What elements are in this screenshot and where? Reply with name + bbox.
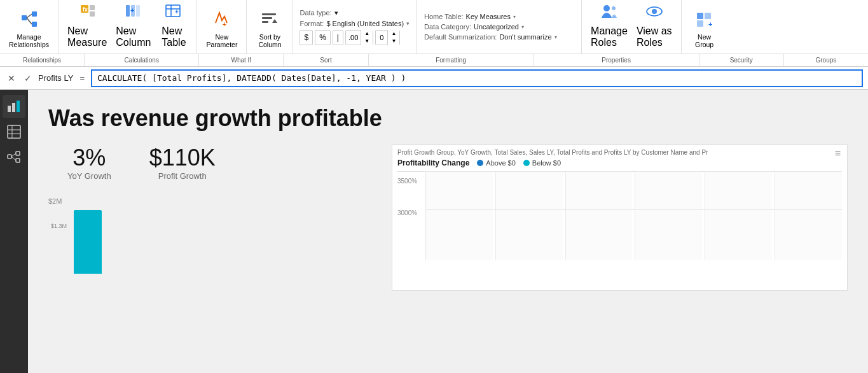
new-parameter-button[interactable]: + New Parameter bbox=[202, 3, 241, 51]
svg-rect-9 bbox=[126, 5, 130, 17]
svg-rect-1 bbox=[32, 11, 37, 17]
chart-grid: 3500% 3000% bbox=[397, 171, 842, 260]
app-layout: Was revenue growth profitable 3% YoY Gro… bbox=[0, 90, 868, 373]
data-category-value: Uncategorized bbox=[474, 23, 519, 31]
new-measure-icon: fx bbox=[78, 3, 96, 23]
new-parameter-label: New Parameter bbox=[206, 33, 237, 48]
svg-rect-30 bbox=[12, 103, 15, 112]
profit-growth-label: Profit Growth bbox=[158, 171, 207, 181]
formula-equals: = bbox=[79, 73, 85, 83]
svg-point-24 bbox=[652, 9, 657, 14]
svg-rect-26 bbox=[705, 13, 711, 19]
view-as-roles-label: View asRoles bbox=[637, 25, 672, 48]
decimal-val-up-button[interactable]: ▲ bbox=[388, 30, 399, 38]
sidebar-item-data[interactable] bbox=[3, 120, 25, 143]
svg-text:+: + bbox=[223, 21, 226, 28]
col-5 bbox=[705, 171, 772, 260]
properties-group: Home Table: Key Measures ▾ Data Category… bbox=[417, 0, 582, 53]
format-value[interactable]: $ English (United States) bbox=[326, 20, 404, 27]
default-summarization-dropdown[interactable]: ▾ bbox=[555, 34, 557, 40]
new-group-button[interactable]: + New Group bbox=[687, 3, 722, 51]
legend-above-dot bbox=[477, 160, 483, 166]
manage-roles-button[interactable]: ManageRoles bbox=[587, 3, 631, 51]
svg-rect-19 bbox=[262, 17, 272, 19]
ribbon-top-row: Manage Relationships fx NewMeasure bbox=[0, 0, 868, 53]
data-category-dropdown[interactable]: ▾ bbox=[521, 24, 524, 30]
whatif-group: + New Parameter bbox=[197, 0, 247, 53]
new-column-icon: + bbox=[125, 3, 142, 23]
whatif-footer: What If bbox=[199, 54, 284, 66]
legend-above-label: Above $0 bbox=[486, 159, 515, 167]
svg-rect-18 bbox=[262, 13, 276, 15]
decimal-arrows: ▲ ▼ bbox=[361, 30, 373, 45]
new-group-label: New Group bbox=[695, 33, 713, 48]
svg-rect-7 bbox=[90, 5, 95, 10]
profit-growth-metric: $110K Profit Growth bbox=[149, 144, 216, 181]
bar-value-label: $1.3M bbox=[51, 223, 67, 229]
security-group: ManageRoles View asRoles bbox=[582, 0, 682, 53]
format-dropdown-arrow[interactable]: ▾ bbox=[406, 20, 410, 27]
home-table-row: Home Table: Key Measures ▾ bbox=[424, 13, 574, 20]
formula-confirm-button[interactable]: ✓ bbox=[22, 72, 34, 85]
manage-roles-icon bbox=[600, 3, 618, 23]
svg-line-39 bbox=[11, 153, 16, 157]
data-type-label: Data type: bbox=[300, 9, 331, 17]
percent-button[interactable]: % bbox=[315, 30, 331, 45]
chart-controls: ≡ bbox=[835, 148, 841, 159]
decimal-up-button[interactable]: ▲ bbox=[361, 30, 373, 38]
scatter-columns bbox=[425, 171, 842, 260]
new-table-button[interactable]: + NewTable bbox=[156, 3, 191, 51]
new-parameter-icon: + bbox=[213, 10, 231, 31]
decimal-format: .00 bbox=[346, 31, 361, 45]
relationships-group: Manage Relationships bbox=[0, 0, 59, 53]
col-4 bbox=[635, 171, 702, 260]
separator-button[interactable]: | bbox=[333, 30, 343, 45]
decimal-value: 0 bbox=[376, 31, 388, 45]
sort-group: Sort by Column bbox=[247, 0, 293, 53]
legend-above: Above $0 bbox=[477, 159, 515, 167]
profitability-label: Profitability Change bbox=[397, 158, 469, 167]
new-measure-button[interactable]: fx NewMeasure bbox=[64, 3, 111, 51]
format-row: Format: $ English (United States) ▾ bbox=[300, 20, 410, 27]
new-table-label: NewTable bbox=[162, 25, 186, 48]
col-3 bbox=[565, 171, 633, 260]
formula-expression[interactable]: CALCULATE( [Total Profits], DATEADD( Dat… bbox=[91, 69, 863, 87]
svg-rect-38 bbox=[16, 158, 20, 162]
decimal-val-arrows: ▲ ▼ bbox=[388, 30, 399, 45]
sort-by-column-button[interactable]: Sort by Column bbox=[252, 3, 287, 51]
dashboard-row: 3% YoY Growth $110K Profit Growth $2M $1… bbox=[48, 144, 848, 291]
right-panel: ≡ Profit Growth Group, YoY Growth, Total… bbox=[392, 144, 848, 291]
formatting-group: Data type: ▾ Format: $ English (United S… bbox=[293, 0, 417, 53]
manage-roles-label: ManageRoles bbox=[591, 25, 628, 48]
home-table-label: Home Table: bbox=[424, 13, 464, 20]
svg-rect-20 bbox=[262, 21, 268, 23]
sidebar-item-report[interactable] bbox=[3, 95, 25, 118]
formula-expression-text: CALCULATE( [Total Profits], DATEADD( Dat… bbox=[97, 73, 406, 83]
svg-rect-37 bbox=[16, 151, 20, 155]
left-sidebar bbox=[0, 90, 28, 373]
home-table-dropdown[interactable]: ▾ bbox=[513, 14, 516, 20]
view-as-roles-button[interactable]: View asRoles bbox=[633, 3, 676, 51]
y-axis-label-2m: $2M bbox=[48, 197, 62, 205]
data-type-dropdown[interactable]: ▾ bbox=[334, 9, 338, 17]
formula-field-name: Profits LY bbox=[38, 73, 73, 83]
new-column-button[interactable]: + NewColumn bbox=[112, 3, 155, 51]
main-content: Was revenue growth profitable 3% YoY Gro… bbox=[28, 90, 868, 373]
default-summarization-label: Default Summarization: bbox=[424, 33, 497, 41]
svg-rect-11 bbox=[136, 5, 140, 17]
yoy-growth-label: YoY Growth bbox=[67, 171, 111, 181]
yoy-growth-value: 3% bbox=[72, 144, 106, 171]
ribbon-footer: Relationships Calculations What If Sort … bbox=[0, 53, 868, 66]
currency-button[interactable]: $ bbox=[300, 30, 313, 45]
sidebar-item-model[interactable] bbox=[3, 146, 25, 169]
default-summarization-value: Don't summarize bbox=[499, 33, 551, 41]
decimal-down-button[interactable]: ▼ bbox=[361, 38, 373, 45]
decimal-spinner: .00 ▲ ▼ bbox=[345, 30, 373, 45]
sort-by-column-label: Sort by Column bbox=[258, 33, 281, 48]
manage-relationships-button[interactable]: Manage Relationships bbox=[5, 3, 53, 51]
decimal-val-down-button[interactable]: ▼ bbox=[388, 38, 399, 45]
svg-rect-32 bbox=[8, 125, 20, 138]
chart-drag-handle[interactable]: ≡ bbox=[835, 148, 841, 159]
svg-rect-25 bbox=[697, 13, 703, 19]
formula-cancel-button[interactable]: ✕ bbox=[5, 72, 18, 85]
